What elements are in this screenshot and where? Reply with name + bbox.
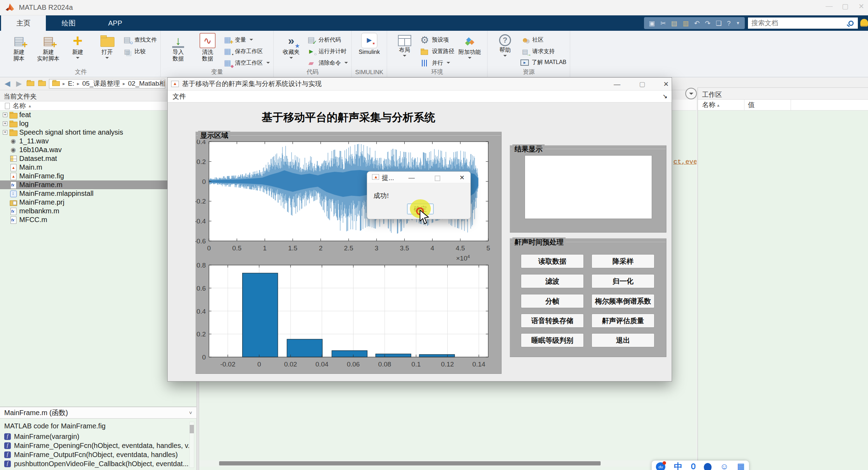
analyze-code-button[interactable]: 分析代码 (307, 36, 348, 44)
file-row[interactable]: +log (0, 119, 196, 128)
dock-arrow-icon[interactable]: ↘ (663, 93, 667, 100)
breadcrumb-segment[interactable]: 02_Matlab相关 (128, 79, 165, 88)
file-row[interactable]: 16b10Aa.wav (0, 145, 196, 154)
figure-maximize-button[interactable]: ▢ (636, 79, 648, 89)
file-row[interactable]: +feat (0, 111, 196, 119)
ime-mode-label[interactable]: 中 (674, 462, 682, 470)
app-minimize-button[interactable]: — (823, 2, 835, 13)
dialog-minimize-button[interactable]: — (406, 173, 417, 182)
preprocess-button-r4c2[interactable]: 鼾声评估质量 (592, 314, 654, 328)
hscrollbar-thumb[interactable] (219, 461, 601, 465)
save-workspace-button[interactable]: 保存工作区 (223, 47, 270, 56)
function-selector[interactable]: MainFrame.m (函数) ˅ (0, 407, 196, 419)
help-circle-icon[interactable]: ? (727, 20, 731, 27)
editor-actions-button[interactable] (685, 88, 697, 99)
editor-hscrollbar[interactable] (199, 460, 696, 467)
copy-icon[interactable]: ▤ (671, 20, 677, 27)
app-maximize-button[interactable]: ▢ (839, 2, 851, 13)
function-list-item[interactable]: fMainFrame_OpeningFcn(hObject, eventdata… (0, 441, 189, 450)
notification-bell-icon[interactable] (860, 19, 868, 27)
help-button[interactable]: 帮助 (491, 33, 519, 68)
tab-home[interactable]: 主页 (1, 15, 46, 31)
menu-file[interactable]: 文件 (173, 92, 186, 101)
undo-icon[interactable]: ↶ (694, 20, 700, 27)
clear-commands-button[interactable]: 清除命令 (307, 59, 348, 67)
file-row[interactable]: MainFrame.prj (0, 198, 196, 207)
function-list-item[interactable]: fpushbuttonOpenVideoFile_Callback(hObjec… (0, 459, 189, 468)
favorites-button[interactable]: 收藏夹 (277, 33, 305, 68)
file-row[interactable]: MainFrame.fig (0, 172, 196, 180)
preprocess-button-r2c1[interactable]: 滤波 (521, 274, 584, 288)
preprocess-button-r3c1[interactable]: 分帧 (521, 294, 584, 308)
ime-apps-grid-icon[interactable]: ▦ (737, 462, 745, 470)
figure-titlebar[interactable]: 基于移动平台的鼾声采集与分析系统设计与实现 (168, 78, 672, 91)
workspace-columns[interactable]: 名称▴ 值 (698, 100, 868, 111)
tab-apps[interactable]: APP (91, 15, 139, 31)
preprocess-button-r4c1[interactable]: 语音转换存储 (521, 314, 584, 328)
dialog-maximize-button[interactable] (432, 173, 443, 182)
file-row[interactable]: MFCC.m (0, 215, 196, 224)
request-support-button[interactable]: 请求支持 (520, 47, 566, 56)
forward-button[interactable]: ▶ (14, 79, 23, 88)
app-close-button[interactable]: ✕ (855, 2, 867, 13)
redo-icon[interactable]: ↷ (705, 20, 710, 27)
browse-folder-button[interactable] (37, 79, 47, 88)
window-switch-icon[interactable]: ❏ (716, 20, 722, 27)
layout-button[interactable]: 布局 (391, 33, 419, 68)
simulink-button[interactable]: Simulink (355, 33, 383, 68)
set-path-button[interactable]: 设置路径 (420, 47, 454, 56)
breadcrumb[interactable]: ▸E:▸05_课题整理▸02_Matlab相关 (49, 79, 165, 88)
tab-plots[interactable]: 绘图 (46, 15, 91, 31)
new-button[interactable]: 新建 (64, 33, 92, 68)
search-input[interactable] (748, 19, 848, 27)
back-button[interactable]: ◀ (3, 79, 12, 88)
new-live-script-button[interactable]: 新建实时脚本 (34, 33, 62, 68)
import-data-button[interactable]: 导入数据 (164, 33, 192, 68)
cut-icon[interactable]: ✂ (660, 20, 666, 27)
ime-shield-icon[interactable] (704, 463, 712, 470)
preprocess-button-r2c2[interactable]: 归一化 (592, 274, 654, 288)
ime-toolbar[interactable]: du 中 ☺ ▦ (652, 461, 749, 470)
preprocess-button-r5c2[interactable]: 退出 (592, 333, 654, 347)
ime-logo-icon[interactable]: du (656, 462, 665, 470)
file-row[interactable]: Main.m (0, 163, 196, 172)
file-row[interactable]: melbankm.m (0, 207, 196, 215)
function-list-item[interactable]: fMainFrame(varargin) (0, 432, 189, 441)
parallel-button[interactable]: 并行 (420, 59, 454, 67)
file-row[interactable]: 1_11.wav (0, 137, 196, 145)
function-list-item[interactable]: fMainFrame_OutputFcn(hObject, eventdata,… (0, 450, 189, 459)
clear-workspace-button[interactable]: 清空工作区 (223, 59, 270, 67)
details-scrollbar[interactable] (189, 422, 194, 468)
preprocess-button-r1c2[interactable]: 降采样 (592, 254, 654, 268)
expand-icon[interactable]: + (3, 121, 7, 126)
ime-emoji-icon[interactable]: ☺ (720, 462, 729, 470)
community-button[interactable]: 社区 (520, 36, 566, 44)
figure-close-button[interactable]: ✕ (660, 79, 672, 89)
file-row[interactable]: MainFrame.m (0, 180, 196, 189)
preprocess-button-r3c2[interactable]: 梅尔频率倒谱系数 (592, 294, 654, 308)
preferences-button[interactable]: 预设项 (420, 36, 454, 44)
scrollbar-thumb[interactable] (190, 425, 194, 433)
preprocess-button-r5c1[interactable]: 睡眠等级判别 (521, 333, 584, 347)
clean-data-button[interactable]: 清洗数据 (194, 33, 222, 68)
dialog-titlebar[interactable]: 提... — ✕ (367, 172, 470, 183)
paste-icon[interactable]: ▥ (682, 20, 689, 27)
expand-icon[interactable]: + (3, 130, 7, 135)
file-row[interactable]: Dataset.mat (0, 154, 196, 163)
file-list-header[interactable]: 名称 ▴ (0, 101, 196, 111)
figure-minimize-button[interactable]: — (611, 79, 623, 89)
dialog-close-button[interactable]: ✕ (457, 173, 467, 182)
open-button[interactable]: 打开 (93, 33, 121, 68)
breadcrumb-segment[interactable]: 05_课题整理 (82, 79, 120, 88)
learn-matlab-button[interactable]: 了解 MATLAB (520, 59, 566, 66)
qat-dropdown-icon[interactable]: ▼ (736, 21, 740, 25)
ime-mic-icon[interactable] (691, 463, 695, 469)
up-folder-button[interactable] (26, 79, 35, 88)
breadcrumb-segment[interactable]: E: (68, 80, 74, 87)
save-icon[interactable]: ▣ (649, 20, 655, 27)
compare-button[interactable]: 比较 (122, 47, 157, 56)
expand-icon[interactable]: + (3, 113, 7, 117)
file-row[interactable]: MainFrame.mlappinstall (0, 189, 196, 198)
doc-search[interactable] (748, 17, 858, 29)
new-script-button[interactable]: 新建脚本 (5, 33, 33, 68)
